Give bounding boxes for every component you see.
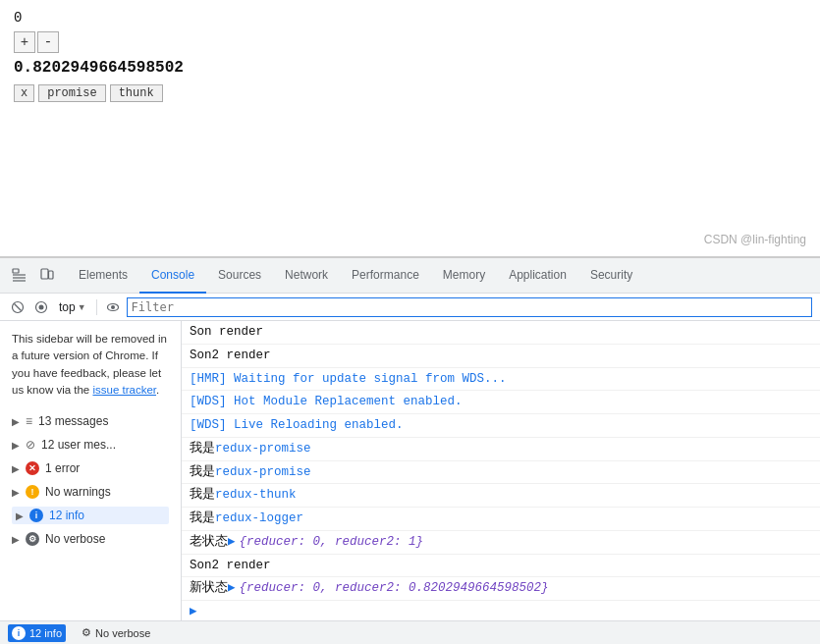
sidebar-item-warnings[interactable]: ▶ ! No warnings — [12, 483, 169, 501]
issue-tracker-link[interactable]: issue tracker — [92, 384, 156, 396]
expand-arrow-icon-6: ▶ — [12, 534, 20, 545]
bottom-arrow[interactable]: ▶ — [182, 601, 820, 620]
tag-thunk-button[interactable]: thunk — [110, 84, 163, 102]
log-line-3: [HMR] Waiting for update signal from WDS… — [182, 368, 820, 392]
log-text-12b: {reducer: 0, reducer2: 0.820294966459850… — [240, 579, 549, 598]
minus-button[interactable]: - — [37, 31, 59, 53]
sidebar-messages-label: 13 messages — [38, 414, 108, 428]
log-text-4: [WDS] Hot Module Replacement enabled. — [190, 393, 463, 411]
tag-row: x promise thunk — [14, 84, 806, 102]
expand-arrow-icon-5: ▶ — [16, 510, 24, 521]
context-selector[interactable]: top ▼ — [55, 297, 90, 317]
log-text-5: [WDS] Live Reloading enabled. — [190, 416, 404, 435]
expand-icon-10[interactable]: ▶ — [228, 533, 236, 552]
context-value: top — [59, 300, 76, 314]
cancel-icon: ⊘ — [26, 438, 35, 452]
log-line-1: Son render — [182, 321, 820, 345]
tab-bar: Elements Console Sources Network Perform… — [0, 258, 820, 294]
inspect-element-icon[interactable] — [8, 264, 31, 288]
log-line-12: 新状态 ▶ {reducer: 0, reducer2: 0.820294966… — [182, 577, 820, 601]
expand-arrow-icon: ▶ — [12, 416, 20, 427]
log-text-7b: redux-promise — [215, 463, 311, 482]
console-main: This sidebar will be removed in a future… — [0, 321, 820, 620]
status-verbose-label: No verbose — [95, 627, 150, 639]
error-icon: ✕ — [26, 461, 39, 475]
log-text-10a: 老状态 — [190, 533, 228, 552]
expand-icon-12[interactable]: ▶ — [228, 579, 236, 598]
log-text-12a: 新状态 — [190, 579, 228, 598]
log-text-3: [HMR] Waiting for update signal from WDS… — [190, 370, 507, 389]
tab-sources[interactable]: Sources — [206, 258, 273, 294]
tab-security[interactable]: Security — [578, 258, 644, 294]
status-gear-icon: ⚙ — [82, 626, 91, 639]
log-line-5: [WDS] Live Reloading enabled. — [182, 414, 820, 438]
sidebar-user-messages-label: 12 user mes... — [41, 438, 116, 452]
log-line-10: 老状态 ▶ {reducer: 0, reducer2: 1} — [182, 531, 820, 555]
tab-performance[interactable]: Performance — [340, 258, 431, 294]
sidebar-warnings-label: No warnings — [45, 485, 111, 499]
preview-controls: + - — [14, 31, 806, 53]
sidebar-item-error[interactable]: ▶ ✕ 1 error — [12, 459, 169, 477]
sidebar-item-info[interactable]: ▶ i 12 info — [12, 507, 169, 524]
stop-recording-icon[interactable] — [31, 297, 51, 317]
log-text-9a: 我是 — [190, 510, 215, 528]
status-bar: i 12 info ⚙ No verbose — [0, 620, 820, 644]
filter-input[interactable] — [127, 297, 812, 317]
log-line-2: Son2 render — [182, 345, 820, 368]
list-icon: ≡ — [26, 414, 32, 428]
log-line-6: 我是redux-promise — [182, 438, 820, 461]
svg-rect-4 — [41, 269, 48, 279]
status-info-icon: i — [12, 626, 26, 640]
tab-console[interactable]: Console — [139, 258, 206, 294]
sidebar-verbose-label: No verbose — [45, 532, 105, 546]
expand-arrow-icon-2: ▶ — [12, 440, 20, 451]
expand-arrow-icon-3: ▶ — [12, 463, 20, 474]
preview-area: 0 + - 0.8202949664598502 x promise thunk… — [0, 0, 820, 257]
expand-arrow-icon-4: ▶ — [12, 487, 20, 498]
svg-point-11 — [111, 305, 115, 309]
log-line-9: 我是redux-logger — [182, 508, 820, 531]
svg-rect-0 — [13, 269, 19, 273]
log-text-8b: redux-thunk — [215, 486, 297, 505]
log-line-4: [WDS] Hot Module Replacement enabled. — [182, 391, 820, 414]
preview-value: 0.8202949664598502 — [14, 59, 806, 77]
log-text-2: Son2 render — [190, 347, 271, 365]
device-toolbar-icon[interactable] — [35, 264, 59, 288]
svg-line-7 — [15, 303, 22, 310]
console-output: Son render Son2 render [HMR] Waiting for… — [182, 321, 820, 620]
bottom-arrow-icon: ▶ — [190, 605, 197, 618]
devtools-icons — [8, 264, 59, 288]
log-text-8a: 我是 — [190, 486, 215, 505]
log-line-8: 我是redux-thunk — [182, 484, 820, 508]
devtools-panel: Elements Console Sources Network Perform… — [0, 257, 820, 644]
tab-memory[interactable]: Memory — [431, 258, 497, 294]
tab-network[interactable]: Network — [273, 258, 340, 294]
status-item-verbose[interactable]: ⚙ No verbose — [78, 624, 154, 641]
tag-x-button[interactable]: x — [14, 84, 34, 102]
log-text-6a: 我是 — [190, 440, 215, 458]
warning-icon: ! — [26, 485, 39, 499]
svg-rect-5 — [49, 271, 54, 279]
sidebar-info-label: 12 info — [49, 509, 84, 522]
sidebar-error-label: 1 error — [45, 461, 80, 475]
sidebar-item-verbose[interactable]: ▶ ⚙ No verbose — [12, 530, 169, 548]
console-sidebar: This sidebar will be removed in a future… — [0, 321, 182, 620]
log-text-7a: 我是 — [190, 463, 215, 482]
tab-application[interactable]: Application — [497, 258, 578, 294]
log-text-6b: redux-promise — [215, 440, 311, 458]
tab-elements[interactable]: Elements — [67, 258, 139, 294]
status-item-info[interactable]: i 12 info — [8, 624, 66, 642]
tag-promise-button[interactable]: promise — [38, 84, 105, 102]
sidebar-item-user-messages[interactable]: ▶ ⊘ 12 user mes... — [12, 436, 169, 454]
log-line-7: 我是redux-promise — [182, 461, 820, 485]
preview-zero: 0 — [14, 10, 806, 26]
verbose-icon: ⚙ — [26, 532, 39, 546]
log-line-11: Son2 render — [182, 555, 820, 578]
plus-button[interactable]: + — [14, 31, 35, 53]
clear-console-icon[interactable] — [8, 297, 27, 317]
log-text-11: Son2 render — [190, 557, 271, 575]
eye-icon[interactable] — [103, 297, 123, 317]
sidebar-item-messages[interactable]: ▶ ≡ 13 messages — [12, 412, 169, 430]
context-dropdown-icon: ▼ — [78, 302, 86, 312]
info-icon: i — [29, 509, 43, 522]
